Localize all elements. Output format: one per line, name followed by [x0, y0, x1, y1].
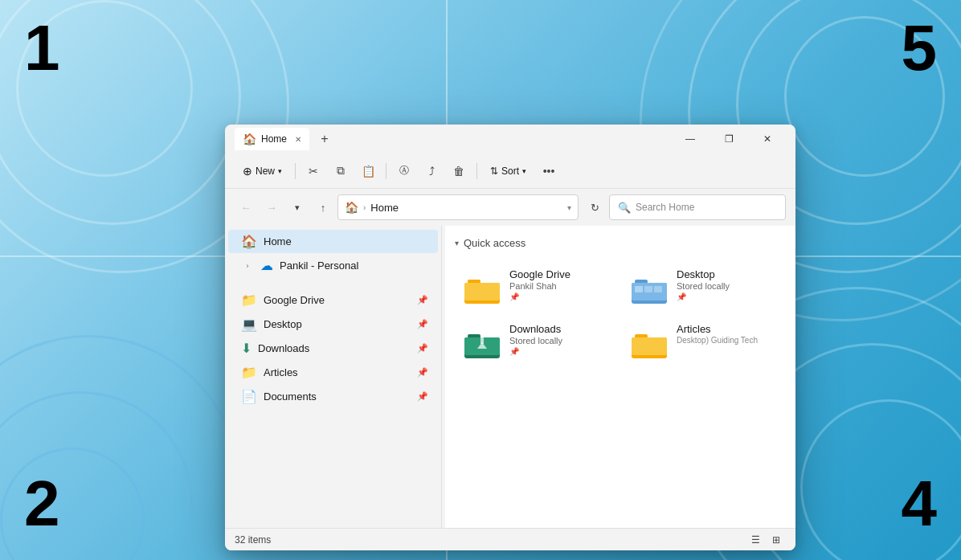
svg-rect-6	[635, 286, 643, 292]
toolbar: ⊕ New ▾ ✂ ⧉ 📋 Ⓐ ⤴ 🗑 ⇅ Sort ▾ •••	[225, 153, 795, 189]
sidebar-item-onedrive[interactable]: › ☁ Pankil - Personal	[228, 254, 438, 277]
sort-button[interactable]: ⇅ Sort ▾	[482, 158, 534, 184]
main-content: 🏠 Home › ☁ Pankil - Personal 📁 Google Dr…	[225, 226, 795, 528]
toolbar-separator-1	[295, 163, 296, 179]
desktop-info: Desktop Stored locally 📌	[677, 268, 778, 301]
address-path: Home	[370, 202, 399, 214]
swirl-ring	[800, 399, 961, 560]
folder-name: Downloads	[509, 323, 611, 335]
sidebar-articles-label: Articles	[264, 366, 411, 378]
quick-access-label: Quick access	[464, 237, 525, 249]
delete-button[interactable]: 🗑	[446, 158, 472, 184]
onedrive-icon: ☁	[260, 258, 273, 273]
folder-pin-icon: 📌	[509, 292, 611, 301]
documents-icon: 📄	[241, 389, 257, 404]
address-bar: ← → ▾ ↑ 🏠 › Home ▾ ↻ 🔍 Search Home	[225, 189, 795, 226]
swirl-ring	[0, 448, 145, 560]
sort-label: Sort	[501, 166, 519, 177]
sidebar-item-desktop[interactable]: 💻 Desktop 📌	[228, 313, 438, 336]
pin-icon: 📌	[417, 343, 428, 354]
sidebar-documents-label: Documents	[264, 390, 411, 403]
folder-subtitle: Stored locally	[509, 336, 611, 345]
folder-pin-icon: 📌	[509, 347, 611, 356]
cut-button[interactable]: ✂	[301, 158, 326, 184]
desktop-icon: 💻	[241, 317, 257, 332]
google-drive-icon: 📁	[241, 292, 257, 308]
desktop-thumb	[630, 268, 669, 307]
search-placeholder: Search Home	[636, 202, 694, 213]
downloads-info: Downloads Stored locally 📌	[509, 323, 611, 356]
sidebar-home-label: Home	[264, 235, 428, 247]
share-button[interactable]: ⤴	[419, 158, 444, 184]
new-label: New	[256, 166, 275, 177]
folder-name: Desktop	[677, 268, 778, 280]
paste-button[interactable]: 📋	[355, 158, 381, 184]
item-count: 32 items	[235, 534, 271, 546]
folder-subtitle: Stored locally	[677, 281, 778, 291]
svg-rect-16	[632, 337, 667, 355]
folder-item-articles[interactable]: Articles Desktop) Guiding Tech	[622, 317, 786, 368]
pin-icon: 📌	[417, 295, 428, 305]
sidebar-item-google-drive[interactable]: 📁 Google Drive 📌	[228, 288, 438, 312]
address-home-icon: 🏠	[345, 201, 358, 214]
title-bar: 🏠 Home ✕ + — ❐ ✕	[225, 125, 795, 153]
folder-name: Google Drive	[509, 268, 611, 280]
refresh-button[interactable]: ↻	[583, 196, 606, 219]
list-view-button[interactable]: ☰	[746, 530, 765, 550]
grid-view-button[interactable]: ⊞	[767, 530, 786, 550]
sidebar-item-downloads[interactable]: ⬇ Downloads 📌	[228, 337, 438, 360]
new-chevron-icon: ▾	[278, 167, 282, 175]
tab-home-icon: 🏠	[243, 133, 256, 145]
quick-access-header[interactable]: ▾ Quick access	[455, 234, 786, 252]
google-drive-info: Google Drive Pankil Shah 📌	[509, 268, 611, 301]
pin-icon: 📌	[417, 367, 428, 378]
corner-number-1: 1	[24, 16, 60, 80]
toolbar-separator-3	[476, 163, 477, 179]
more-options-button[interactable]: •••	[536, 158, 562, 184]
sidebar-gap	[225, 278, 441, 288]
folder-item-google-drive[interactable]: Google Drive Pankil Shah 📌	[455, 262, 619, 313]
folder-item-downloads[interactable]: Downloads Stored locally 📌	[455, 317, 619, 368]
minimize-button[interactable]: —	[672, 126, 709, 152]
folder-subtitle: Desktop) Guiding Tech	[677, 336, 778, 345]
rename-button[interactable]: Ⓐ	[391, 158, 417, 184]
folder-subtitle: Pankil Shah	[509, 281, 611, 291]
explorer-window: 🏠 Home ✕ + — ❐ ✕ ⊕ New ▾ ✂ ⧉ 📋 Ⓐ ⤴ 🗑 ⇅ S…	[225, 125, 795, 550]
up-button[interactable]: ↑	[312, 196, 334, 219]
tab-close-button[interactable]: ✕	[295, 135, 301, 144]
search-box[interactable]: 🔍 Search Home	[609, 194, 786, 220]
status-bar: 32 items ☰ ⊞	[225, 528, 795, 550]
active-tab[interactable]: 🏠 Home ✕	[235, 128, 309, 150]
folder-item-desktop[interactable]: Desktop Stored locally 📌	[622, 262, 786, 313]
new-button[interactable]: ⊕ New ▾	[235, 158, 290, 184]
downloads-thumb	[463, 323, 501, 362]
right-panel: ▾ Quick access Google Drive	[445, 226, 795, 528]
close-button[interactable]: ✕	[749, 126, 786, 152]
sidebar-item-documents[interactable]: 📄 Documents 📌	[228, 385, 438, 408]
sidebar-item-articles[interactable]: 📁 Articles 📌	[228, 361, 438, 384]
quick-access-grid: Google Drive Pankil Shah 📌	[455, 262, 786, 368]
copy-button[interactable]: ⧉	[328, 158, 354, 184]
new-tab-button[interactable]: +	[314, 129, 335, 149]
address-dropdown-icon: ▾	[567, 203, 571, 212]
sidebar: 🏠 Home › ☁ Pankil - Personal 📁 Google Dr…	[225, 226, 442, 528]
forward-button[interactable]: →	[260, 196, 283, 219]
recent-locations-button[interactable]: ▾	[286, 196, 309, 219]
address-input[interactable]: 🏠 › Home ▾	[337, 194, 579, 220]
home-icon: 🏠	[241, 234, 257, 249]
sidebar-desktop-label: Desktop	[264, 318, 411, 330]
svg-rect-2	[464, 283, 500, 300]
svg-rect-8	[654, 286, 662, 292]
toolbar-separator-2	[386, 163, 386, 179]
corner-number-5: 5	[902, 16, 938, 80]
svg-rect-7	[644, 286, 652, 292]
back-button[interactable]: ←	[235, 196, 257, 219]
maximize-button[interactable]: ❐	[710, 126, 747, 152]
corner-number-4: 4	[902, 472, 938, 536]
expand-icon: ›	[241, 260, 254, 272]
pin-icon: 📌	[417, 319, 428, 329]
sort-icon: ⇅	[490, 166, 498, 177]
sidebar-downloads-label: Downloads	[258, 342, 411, 354]
sidebar-item-home[interactable]: 🏠 Home	[228, 230, 438, 253]
view-controls: ☰ ⊞	[746, 530, 786, 550]
